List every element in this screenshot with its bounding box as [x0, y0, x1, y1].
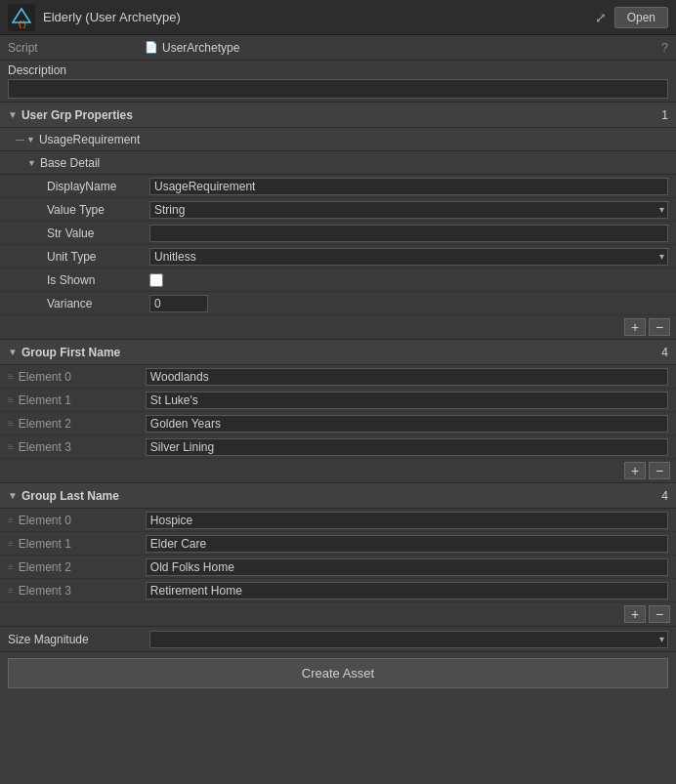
drag-handle-icon: ≡ — [8, 441, 13, 452]
drag-handle-icon: ≡ — [8, 418, 13, 429]
drag-handle-icon: ≡ — [8, 538, 13, 549]
variance-value — [149, 295, 668, 312]
element-input[interactable] — [146, 415, 668, 433]
description-input[interactable] — [8, 79, 668, 99]
variance-row: Variance — [0, 292, 676, 315]
value-type-select-wrapper: String Int Float Bool ▾ — [149, 201, 668, 219]
group-last-name-add-remove-row: + − — [0, 602, 676, 627]
display-name-input[interactable] — [149, 178, 668, 195]
value-type-label: Value Type — [8, 203, 149, 217]
element-input[interactable] — [146, 512, 668, 529]
unit-type-value: Unitless Meters Kilograms Seconds ▾ — [149, 248, 668, 266]
base-detail-label: Base Detail — [40, 156, 100, 170]
drag-handle-icon: ≡ — [8, 585, 13, 596]
list-item: ≡ Element 0 — [0, 365, 676, 389]
element-label: Element 3 — [19, 584, 146, 598]
group-first-name-remove-button[interactable]: − — [649, 462, 670, 479]
script-row: Script 📄 UserArchetype ? — [0, 35, 676, 61]
usage-requirement-label: UsageRequirement — [39, 133, 140, 146]
list-item: ≡ Element 0 — [0, 509, 676, 532]
display-name-row: DisplayName — [0, 175, 676, 198]
unity-logo-icon: {} — [8, 4, 35, 31]
unit-type-row: Unit Type Unitless Meters Kilograms Seco… — [0, 245, 676, 268]
usage-minus-icon: — — [16, 135, 24, 144]
display-name-label: DisplayName — [8, 180, 149, 193]
group-last-name-section[interactable]: ▼ Group Last Name 4 — [0, 483, 676, 509]
variance-label: Variance — [8, 297, 149, 310]
value-type-row: Value Type String Int Float Bool ▾ — [0, 198, 676, 222]
list-item: ≡ Element 2 — [0, 556, 676, 579]
element-input[interactable] — [146, 438, 668, 456]
group-last-name-elements: ≡ Element 0 ≡ Element 1 ≡ Element 2 ≡ El… — [0, 509, 676, 602]
element-value-container — [146, 368, 668, 386]
user-grp-add-button[interactable]: + — [624, 318, 646, 336]
window-title: Elderly (User Archetype) — [43, 10, 591, 24]
list-item: ≡ Element 3 — [0, 435, 676, 459]
user-grp-properties-title: User Grp Properties — [21, 108, 649, 122]
group-first-name-add-button[interactable]: + — [624, 462, 646, 479]
list-item: ≡ Element 2 — [0, 412, 676, 435]
size-magnitude-value: ▾ — [149, 631, 668, 648]
element-value-container — [146, 392, 668, 409]
element-label: Element 1 — [19, 393, 146, 407]
script-label: Script — [8, 41, 145, 55]
group-last-name-count: 4 — [649, 489, 668, 503]
group-last-name-title: Group Last Name — [21, 489, 649, 503]
size-magnitude-row: Size Magnitude ▾ — [0, 627, 676, 652]
element-input[interactable] — [146, 392, 668, 409]
create-asset-button[interactable]: Create Asset — [8, 658, 668, 688]
group-first-name-section[interactable]: ▼ Group First Name 4 — [0, 340, 676, 365]
unit-type-select[interactable]: Unitless Meters Kilograms Seconds — [149, 248, 668, 266]
help-icon[interactable]: ? — [661, 40, 668, 55]
group-first-name-count: 4 — [649, 346, 668, 359]
description-label: Description — [8, 63, 668, 77]
element-input[interactable] — [146, 535, 668, 553]
value-type-value: String Int Float Bool ▾ — [149, 201, 668, 219]
variance-input[interactable] — [149, 295, 208, 312]
str-value-row: Str Value — [0, 222, 676, 245]
element-label: Element 0 — [19, 370, 146, 384]
is-shown-value — [149, 273, 668, 287]
user-grp-add-remove-row: + − — [0, 315, 676, 340]
element-input[interactable] — [146, 368, 668, 386]
usage-requirement-header[interactable]: — ▼ UsageRequirement — [0, 128, 676, 151]
header-actions: ⤢ Open — [591, 7, 668, 28]
usage-toggle-icon: ▼ — [26, 135, 35, 144]
element-value-container — [146, 512, 668, 529]
user-grp-properties-section[interactable]: ▼ User Grp Properties 1 — [0, 103, 676, 128]
element-value-container — [146, 558, 668, 576]
base-detail-header[interactable]: ▼ Base Detail — [0, 151, 676, 175]
element-label: Element 0 — [19, 514, 146, 527]
element-value-container — [146, 415, 668, 433]
unit-type-select-wrapper: Unitless Meters Kilograms Seconds ▾ — [149, 248, 668, 266]
is-shown-row: Is Shown — [0, 268, 676, 292]
is-shown-checkbox[interactable] — [149, 273, 163, 287]
element-label: Element 2 — [19, 417, 146, 431]
drag-handle-icon: ≡ — [8, 561, 13, 572]
element-input[interactable] — [146, 558, 668, 576]
element-input[interactable] — [146, 582, 668, 599]
str-value-input[interactable] — [149, 225, 668, 242]
group-first-name-toggle-icon: ▼ — [8, 347, 18, 357]
user-grp-remove-button[interactable]: − — [649, 318, 670, 336]
group-last-name-remove-button[interactable]: − — [649, 605, 670, 623]
svg-text:{}: {} — [18, 21, 27, 29]
size-magnitude-select[interactable] — [149, 631, 668, 648]
value-type-select[interactable]: String Int Float Bool — [149, 201, 668, 219]
list-item: ≡ Element 3 — [0, 579, 676, 602]
str-value-label: Str Value — [8, 227, 149, 240]
list-item: ≡ Element 1 — [0, 389, 676, 412]
drag-handle-icon: ≡ — [8, 371, 13, 382]
element-label: Element 3 — [19, 440, 146, 454]
script-value[interactable]: UserArchetype — [162, 41, 239, 55]
element-value-container — [146, 582, 668, 599]
element-value-container — [146, 535, 668, 553]
group-first-name-add-remove-row: + − — [0, 459, 676, 483]
group-last-name-add-button[interactable]: + — [624, 605, 646, 623]
script-value-container: 📄 UserArchetype — [145, 41, 239, 55]
base-detail-toggle-icon: ▼ — [27, 158, 36, 168]
maximize-icon[interactable]: ⤢ — [591, 8, 611, 27]
open-button[interactable]: Open — [614, 7, 668, 28]
script-document-icon: 📄 — [145, 41, 158, 54]
element-value-container — [146, 438, 668, 456]
